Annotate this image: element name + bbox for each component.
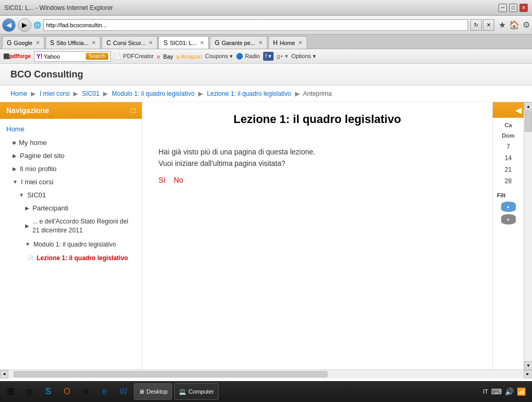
eye-icon-1[interactable] [501,202,516,212]
tab-garante[interactable]: G Garante pe... ✕ [210,36,267,49]
breadcrumb-modulo1[interactable]: Modulo 1: il quadro legislativo [112,90,195,97]
minimize-button[interactable]: ─ [499,4,507,12]
calendar-column: Ca Dom 7 14 21 28 Filt [493,118,524,229]
tab-close-google[interactable]: ✕ [36,40,40,46]
search-button[interactable]: Search [86,53,109,60]
tab-close-sito[interactable]: ✕ [92,40,96,46]
resume-no-link[interactable]: No [174,176,183,184]
tab-google[interactable]: G Google ✕ [2,36,44,49]
breadcrumb-lezione1[interactable]: Lezione 1: il quadro legislativo [207,90,291,97]
arrow-pagine: ▶ [13,153,17,159]
arrow-accordo: ▶ [25,222,29,230]
sidebar: Navigazione □ Home My home [0,102,142,370]
browser-content: BCO Consulting Home ▶ I miei corsi ▶ SIC… [0,64,532,381]
calendar-day-28[interactable]: 28 [495,175,522,187]
tab-close-sic01[interactable]: ✕ [200,40,204,46]
browser-tabs: G Google ✕ S Sito Ufficia... ✕ C Corsi S… [0,35,532,49]
keyboard-icon[interactable]: ⌨ [491,387,502,396]
tools-icon[interactable]: ⚙ [523,20,530,30]
taskbar-app-word[interactable]: W [115,383,132,400]
calendar-day-7[interactable]: 7 [495,141,522,152]
bookmark-options[interactable]: Options ▾ [291,53,316,60]
calendar-day-21[interactable]: 21 [495,164,522,175]
tab-close-corsi[interactable]: ✕ [149,40,153,46]
taskbar-desktop-button[interactable]: 🖥 Desktop [134,383,172,400]
taskbar-app-ie[interactable]: e [96,383,113,400]
sidebar-item-home[interactable]: Home [0,122,142,136]
sidebar-item-accordo[interactable]: ▶ ... e dell'Accordo Stato Regioni del 2… [0,215,142,238]
tab-corsi[interactable]: C Corsi Sicur... ✕ [101,36,157,49]
favorites-icon[interactable]: ★ [499,20,506,30]
bookmark-pdfcreator[interactable]: 📄 PDFCreator [114,53,154,60]
scroll-left-button[interactable]: ◄ [0,370,8,378]
sidebar-my-home-label: My home [19,139,47,147]
refresh-button[interactable]: ↻ [470,19,482,31]
taskbar-computer-button[interactable]: 💻 Computer [174,383,218,400]
bookmark-amazon[interactable]: a Amazon [176,53,202,60]
page-wrapper: BCO Consulting Home ▶ I miei corsi ▶ SIC… [0,64,532,381]
taskbar-app-security[interactable]: ⊙ [21,383,38,400]
right-panel-back-button[interactable]: ◀ [515,105,522,115]
breadcrumb-home[interactable]: Home [10,90,27,97]
calendar-day-14[interactable]: 14 [495,152,522,164]
computer-label: Computer [188,388,213,395]
taskbar-app-sync[interactable]: ⊙ [77,383,94,400]
nav-action-buttons: ↻ ✕ [470,19,494,31]
scroll-up-button[interactable]: ▲ [524,102,532,110]
tab-label-google: Google [14,40,32,46]
sound-icon[interactable]: 🔊 [505,387,514,396]
stop-button[interactable]: ✕ [483,19,494,31]
taskbar-app-outlook[interactable]: O [59,383,75,400]
breadcrumb: Home ▶ I miei corsi ▶ SIC01 ▶ Modulo 1: … [0,86,532,102]
breadcrumb-miei-corsi[interactable]: I miei corsi [40,90,70,97]
yahoo-icon: Y! [37,53,43,60]
home-nav-icon[interactable]: 🏠 [509,20,519,30]
sidebar-item-pagine[interactable]: ▶ Pagine del sito [0,149,142,162]
sidebar-item-modulo1[interactable]: ▼ Modulo 1: il quadro legislativo [0,238,142,252]
bookmark-ebay-label[interactable]: Bay [163,53,173,60]
tab-label-corsi: Corsi Sicur... [113,40,145,46]
start-button[interactable]: ⊞ [2,383,19,400]
taskbar-app-skype[interactable]: S [40,383,56,400]
sidebar-item-profilo[interactable]: ▶ Il mio profilo [0,162,142,175]
resume-yes-link[interactable]: Sì [159,176,165,184]
breadcrumb-sep-4: ▶ [198,90,203,97]
bookmarks-bar: ⬛pdfforge Y! Search 📄 PDFCreator eBay a … [0,49,532,64]
network-icon[interactable]: 📶 [517,387,526,396]
bookmark-radio[interactable]: 🔵 Radio [236,53,260,60]
language-indicator: IT [483,388,488,395]
navigation-bar: ◀ ▶ 🌐 ↻ ✕ ★ 🏠 ⚙ [0,16,532,35]
sidebar-item-sic01[interactable]: ▼ SIC01 [0,188,142,202]
forward-button[interactable]: ▶ [18,18,31,32]
back-button[interactable]: ◀ [2,18,16,32]
bookmark-ebay[interactable]: e [157,53,160,60]
eye-icon-2[interactable] [501,214,516,225]
maximize-button[interactable]: □ [509,4,517,12]
bookmark-gplus[interactable]: g+ ▾ [277,53,288,60]
sidebar-item-my-home[interactable]: My home [0,136,142,149]
address-bar[interactable] [43,19,468,31]
tab-favicon-sito: S [50,39,54,47]
bookmark-facebook[interactable]: f ▾ [263,52,274,61]
tab-close-home[interactable]: ✕ [298,40,302,46]
scroll-down-button[interactable]: ▼ [524,361,532,370]
sidebar-pagine-label: Pagine del sito [20,152,64,160]
yahoo-search-input[interactable] [44,53,86,60]
sidebar-item-miei-corsi[interactable]: ▼ I miei corsi [0,175,142,188]
tab-label-garante: Garante pe... [222,40,255,46]
sidebar-collapse-button[interactable]: □ [131,106,135,115]
sidebar-item-partecipanti[interactable]: ▶ Partecipanti [0,202,142,215]
tab-home[interactable]: H Home ✕ [268,36,307,49]
system-tray: IT ⌨ 🔊 📶 [479,387,530,396]
tab-sic01[interactable]: S SIC01: L... ✕ [159,36,209,49]
breadcrumb-sic01[interactable]: SIC01 [82,90,99,97]
bottom-scroll-thumb[interactable] [14,371,327,377]
tab-sito[interactable]: S Sito Ufficia... ✕ [46,36,101,49]
bookmark-coupons[interactable]: Coupons ▾ [205,53,233,60]
scroll-right-button[interactable]: ► [524,370,532,378]
close-button[interactable]: ✕ [519,4,528,12]
scroll-thumb[interactable] [525,111,532,132]
sidebar-item-lezione1[interactable]: 📄 Lezione 1: il quadro legislativo [0,251,142,265]
bullet-my-home [13,141,16,144]
tab-close-garante[interactable]: ✕ [258,40,263,46]
